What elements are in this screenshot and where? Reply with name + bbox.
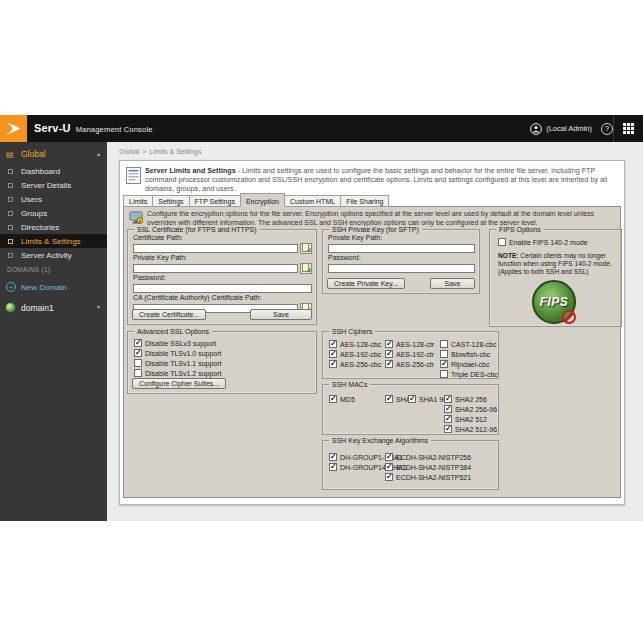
checkbox-aes-128-cbc[interactable] bbox=[329, 340, 337, 348]
browse-file-button[interactable] bbox=[300, 263, 312, 274]
create-certificate-button[interactable]: Create Certificate... bbox=[132, 309, 206, 320]
checkbox-triple-des-cbc[interactable] bbox=[440, 370, 448, 378]
checkbox-row-sha2-512-96[interactable]: SHA2 512-96 bbox=[444, 424, 497, 434]
sidebar-item-domain1[interactable]: domain1 ▼ bbox=[0, 300, 107, 316]
checkbox-sha2-256[interactable] bbox=[444, 395, 452, 403]
users-icon bbox=[8, 197, 13, 202]
checkbox-row-md5[interactable]: MD5 bbox=[329, 394, 355, 404]
checkbox-row-cast-128-cbc[interactable]: CAST-128-cbc bbox=[440, 339, 498, 349]
checkbox-ecdh-sha2-nistp384[interactable] bbox=[385, 463, 393, 471]
checkbox-row-sha2-256-96[interactable]: SHA2 256-96 bbox=[444, 404, 497, 414]
expand-caret-icon[interactable]: ▼ bbox=[96, 304, 101, 310]
sidebar-item-groups[interactable]: Groups bbox=[0, 206, 107, 220]
private-key-path-input[interactable] bbox=[328, 244, 475, 253]
password-input[interactable] bbox=[328, 264, 475, 273]
groups-icon bbox=[8, 211, 13, 216]
sidebar-item-users[interactable]: Users bbox=[0, 192, 107, 206]
checkbox-sha1-96[interactable] bbox=[408, 395, 416, 403]
sidebar-item-server-activity[interactable]: Server Activity bbox=[0, 248, 107, 262]
checkbox-row-disable-tlsv1-2-support[interactable]: Disable TLSv1.2 support bbox=[134, 368, 222, 378]
checkbox-row-sha1-96[interactable]: SHA1 96 bbox=[408, 394, 447, 404]
checkbox-disable-tlsv1-1-support[interactable] bbox=[134, 359, 142, 367]
checkbox-row-disable-tlsv1-1-support[interactable]: Disable TLSv1.1 support bbox=[134, 358, 222, 368]
checkbox-row-blowfish-cbc[interactable]: Blowfish-cbc bbox=[440, 349, 498, 359]
ssl-save-button[interactable]: Save bbox=[250, 309, 312, 320]
tab-custom-html[interactable]: Custom HTML bbox=[284, 195, 341, 207]
sidebar: ▤ Global ▲ DashboardServer DetailsUsersG… bbox=[0, 142, 107, 521]
checkbox-aes-256-ctr[interactable] bbox=[385, 360, 393, 368]
sidebar-item-dashboard[interactable]: Dashboard bbox=[0, 164, 107, 178]
checkbox-aes-192-cbc[interactable] bbox=[329, 350, 337, 358]
checkbox-sha1[interactable] bbox=[385, 395, 393, 403]
fips-options-group: FIPS Options Enable FIPS 140-2 mode NOTE… bbox=[489, 229, 622, 327]
settings-document-icon bbox=[126, 167, 141, 184]
checkbox-row-aes-128-ctr[interactable]: AES-128-ctr bbox=[385, 339, 434, 349]
app-switcher-button[interactable] bbox=[613, 115, 643, 142]
ssh-save-button[interactable]: Save bbox=[430, 278, 475, 289]
checkbox-row-ecdh-sha2-nistp521[interactable]: ECDH-SHA2-NISTP521 bbox=[385, 472, 471, 482]
breadcrumb-current: Limits & Settings bbox=[149, 148, 201, 155]
dashboard-icon bbox=[8, 169, 13, 174]
sidebar-item-directories[interactable]: Directories bbox=[0, 220, 107, 234]
user-label: (Local Admin) bbox=[546, 124, 592, 133]
tab-limits[interactable]: Limits bbox=[123, 195, 153, 207]
tab-file-sharing[interactable]: File Sharing bbox=[340, 195, 389, 207]
sidebar-global-header[interactable]: ▤ Global ▲ bbox=[0, 146, 107, 162]
checkbox-row-rijndael-cbc[interactable]: Rijndael-cbc bbox=[440, 359, 498, 369]
tab-settings[interactable]: Settings bbox=[152, 195, 189, 207]
checkbox-row-triple-des-cbc[interactable]: Triple DES-cbc bbox=[440, 369, 498, 379]
checkbox-disable-sslv3-support[interactable] bbox=[134, 339, 142, 347]
page-title: Server Limits and Settings bbox=[145, 166, 236, 175]
checkbox-row-sha2-512[interactable]: SHA2 512 bbox=[444, 414, 497, 424]
server-details-icon bbox=[8, 183, 13, 188]
checkbox-aes-128-ctr[interactable] bbox=[385, 340, 393, 348]
global-server-icon: ▤ bbox=[6, 150, 14, 159]
field-label-password: Password: bbox=[133, 274, 316, 282]
help-icon[interactable]: ? bbox=[601, 123, 613, 135]
breadcrumb-root[interactable]: Global bbox=[119, 148, 139, 155]
checkbox-row-sha2-256[interactable]: SHA2 256 bbox=[444, 394, 497, 404]
checkbox-ecdh-sha2-nistp521[interactable] bbox=[385, 473, 393, 481]
sidebar-item-server-details[interactable]: Server Details bbox=[0, 178, 107, 192]
field-label-certificate-path: Certificate Path: bbox=[133, 234, 316, 242]
checkbox-disable-tlsv1-0-support[interactable] bbox=[134, 349, 142, 357]
new-domain-button[interactable]: + New Domain bbox=[0, 281, 107, 295]
tab-ftp-settings[interactable]: FTP Settings bbox=[189, 195, 241, 207]
checkbox-row-aes-192-ctr[interactable]: AES-192-ctr bbox=[385, 349, 434, 359]
checkbox-row-disable-tlsv1-0-support[interactable]: Disable TLSv1.0 support bbox=[134, 348, 222, 358]
fips-disabled-badge-icon bbox=[562, 310, 576, 324]
certificate-path-input[interactable] bbox=[133, 244, 298, 253]
private-key-path-input[interactable] bbox=[133, 264, 298, 273]
checkbox-dh-group14-sha1[interactable] bbox=[329, 463, 337, 471]
create-private-key-button[interactable]: Create Private Key... bbox=[327, 278, 405, 289]
collapse-caret-icon[interactable]: ▲ bbox=[96, 151, 101, 157]
checkbox-sha2-512[interactable] bbox=[444, 415, 452, 423]
sidebar-item-limits-settings[interactable]: Limits & Settings bbox=[0, 234, 107, 248]
checkbox-row-aes-256-cbc[interactable]: AES-256-cbc bbox=[329, 359, 381, 369]
checkbox-row-ecdh-sha2-nistp256[interactable]: ECDH-SHA2-NISTP256 bbox=[385, 452, 471, 462]
configure-cipher-suites-button[interactable]: Configure Cipher Suites... bbox=[132, 378, 226, 389]
checkbox-ecdh-sha2-nistp256[interactable] bbox=[385, 453, 393, 461]
grid-icon bbox=[623, 123, 634, 134]
checkbox-row-aes-128-cbc[interactable]: AES-128-cbc bbox=[329, 339, 381, 349]
checkbox-row-enable-fips-140-2-mode[interactable]: Enable FIPS 140-2 mode bbox=[498, 237, 588, 247]
tab-encryption[interactable]: Encryption bbox=[240, 193, 285, 207]
checkbox-aes-256-cbc[interactable] bbox=[329, 360, 337, 368]
checkbox-row-disable-sslv3-support[interactable]: Disable SSLv3 support bbox=[134, 338, 222, 348]
password-input[interactable] bbox=[133, 284, 312, 293]
checkbox-row-aes-256-ctr[interactable]: AES-256-ctr bbox=[385, 359, 434, 369]
checkbox-md5[interactable] bbox=[329, 395, 337, 403]
user-menu[interactable]: (Local Admin) bbox=[530, 123, 592, 135]
checkbox-aes-192-ctr[interactable] bbox=[385, 350, 393, 358]
checkbox-row-ecdh-sha2-nistp384[interactable]: ECDH-SHA2-NISTP384 bbox=[385, 462, 471, 472]
browse-file-button[interactable] bbox=[300, 243, 312, 254]
checkbox-blowfish-cbc[interactable] bbox=[440, 350, 448, 358]
checkbox-disable-tlsv1-2-support[interactable] bbox=[134, 369, 142, 377]
checkbox-rijndael-cbc[interactable] bbox=[440, 360, 448, 368]
checkbox-row-aes-192-cbc[interactable]: AES-192-cbc bbox=[329, 349, 381, 359]
checkbox-enable-fips-140-2-mode[interactable] bbox=[498, 238, 506, 246]
checkbox-sha2-512-96[interactable] bbox=[444, 425, 452, 433]
checkbox-sha2-256-96[interactable] bbox=[444, 405, 452, 413]
checkbox-cast-128-cbc[interactable] bbox=[440, 340, 448, 348]
checkbox-dh-group1-sha1[interactable] bbox=[329, 453, 337, 461]
